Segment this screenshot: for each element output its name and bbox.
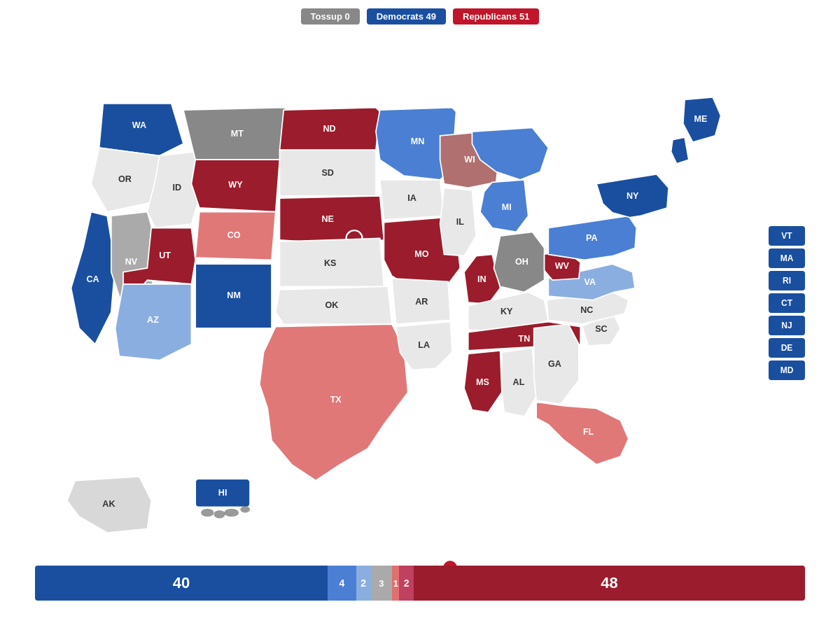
state-wy[interactable]	[191, 160, 279, 211]
small-state-ma[interactable]: MA	[769, 248, 805, 268]
bar-tossup[interactable]: 3	[371, 566, 393, 601]
bar-rep-lean[interactable]: 1	[392, 566, 399, 601]
bar-rep-solid[interactable]: 48	[414, 566, 805, 601]
small-state-ct[interactable]: CT	[769, 293, 805, 313]
state-ia[interactable]	[380, 180, 444, 220]
us-map: WA OR CA NV ID MT WY CO UT AZ NM ND	[35, 30, 805, 562]
legend-republicans[interactable]: Republicans 51	[453, 8, 539, 24]
state-ms[interactable]	[464, 351, 502, 412]
svg-point-44	[224, 509, 239, 517]
bar-rep-likely[interactable]: 2	[399, 566, 414, 601]
state-ks[interactable]	[279, 239, 384, 287]
state-ga[interactable]	[534, 324, 579, 405]
small-state-vt[interactable]: VT	[769, 226, 805, 246]
seat-bar: 40 4 2 3 1 2 48	[35, 566, 805, 601]
state-nm[interactable]	[195, 264, 272, 328]
legend: Tossup 0 Democrats 49 Republicans 51	[0, 0, 840, 30]
state-ca[interactable]	[71, 212, 115, 344]
state-az[interactable]	[115, 284, 192, 360]
small-state-de[interactable]: DE	[769, 338, 805, 358]
state-hi-box[interactable]	[195, 479, 250, 507]
state-me[interactable]	[683, 97, 721, 142]
state-il[interactable]	[440, 188, 477, 255]
state-fl[interactable]	[536, 402, 629, 464]
svg-point-42	[201, 509, 214, 517]
small-state-md[interactable]: MD	[769, 360, 805, 380]
state-sd[interactable]	[279, 150, 375, 195]
state-ok[interactable]	[276, 286, 392, 324]
state-ny[interactable]	[596, 174, 668, 218]
state-pa[interactable]	[548, 216, 636, 260]
state-oh[interactable]	[493, 232, 544, 292]
small-state-nj[interactable]: NJ	[769, 316, 805, 335]
bar-dem-likely[interactable]: 4	[328, 566, 356, 601]
svg-point-43	[214, 510, 225, 518]
small-states-panel: VTMARICTNJDEMD	[769, 226, 805, 380]
state-mt[interactable]	[183, 108, 292, 160]
bar-dem-solid[interactable]: 40	[35, 566, 328, 601]
state-al[interactable]	[502, 348, 536, 416]
small-state-ri[interactable]: RI	[769, 271, 805, 290]
state-tx[interactable]	[260, 324, 408, 480]
legend-democrats[interactable]: Democrats 49	[367, 8, 446, 24]
state-co[interactable]	[195, 212, 276, 260]
state-ak[interactable]	[67, 477, 151, 533]
bar-dem-lean[interactable]: 2	[356, 566, 371, 601]
state-ne[interactable]	[279, 196, 384, 244]
state-nd[interactable]	[279, 108, 379, 150]
state-nh[interactable]	[671, 137, 689, 164]
state-mi-lower[interactable]	[480, 180, 528, 232]
state-wa[interactable]	[99, 104, 183, 155]
svg-point-45	[240, 506, 250, 512]
legend-tossup[interactable]: Tossup 0	[301, 8, 360, 24]
map-container: WA OR CA NV ID MT WY CO UT AZ NM ND	[35, 30, 805, 562]
state-ar[interactable]	[392, 279, 451, 324]
